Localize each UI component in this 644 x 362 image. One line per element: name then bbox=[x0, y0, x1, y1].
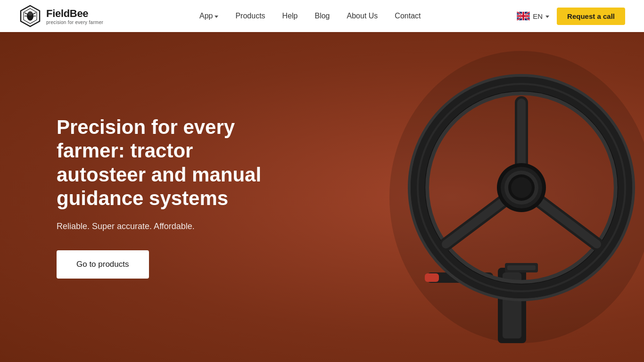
logo-link[interactable]: FieldBee precision for every farmer bbox=[19, 5, 103, 27]
hero-subtitle: Reliable. Super accurate. Affordable. bbox=[57, 222, 273, 231]
nav-item-blog[interactable]: Blog bbox=[314, 12, 330, 20]
hero-image bbox=[342, 41, 644, 353]
svg-point-7 bbox=[28, 12, 33, 16]
nav-links: App Products Help Blog About Us Contact bbox=[199, 12, 421, 20]
nav-item-products[interactable]: Products bbox=[235, 12, 265, 20]
nav-blog-link[interactable]: Blog bbox=[314, 12, 330, 20]
nav-item-about[interactable]: About Us bbox=[347, 12, 378, 20]
nav-item-app[interactable]: App bbox=[199, 12, 218, 20]
svg-line-4 bbox=[33, 13, 36, 14]
nav-contact-link[interactable]: Contact bbox=[395, 12, 421, 20]
language-selector[interactable]: EN bbox=[517, 12, 549, 20]
lang-label: EN bbox=[533, 12, 543, 20]
hero-content: Precision for every farmer: tractor auto… bbox=[0, 115, 273, 279]
steering-wheel-svg bbox=[342, 41, 644, 353]
brand-name: FieldBee bbox=[46, 8, 103, 20]
nav-right: EN Request a call bbox=[517, 8, 625, 25]
hero-section: Precision for every farmer: tractor auto… bbox=[0, 32, 644, 362]
svg-point-24 bbox=[511, 177, 532, 198]
hero-cta-button[interactable]: Go to products bbox=[57, 250, 149, 279]
hero-title: Precision for every farmer: tractor auto… bbox=[57, 115, 273, 211]
nav-item-contact[interactable]: Contact bbox=[395, 12, 421, 20]
nav-about-link[interactable]: About Us bbox=[347, 12, 378, 20]
logo-icon bbox=[19, 5, 41, 27]
brand-tagline: precision for every farmer bbox=[46, 20, 103, 25]
uk-flag-icon bbox=[517, 12, 530, 20]
svg-rect-13 bbox=[425, 273, 439, 282]
nav-app-label: App bbox=[199, 12, 213, 20]
nav-products-link[interactable]: Products bbox=[235, 12, 265, 20]
lang-chevron-icon bbox=[545, 16, 549, 18]
nav-help-link[interactable]: Help bbox=[282, 12, 298, 20]
svg-rect-27 bbox=[507, 265, 536, 270]
svg-line-3 bbox=[25, 13, 27, 14]
navbar: FieldBee precision for every farmer App … bbox=[0, 0, 644, 32]
request-call-button[interactable]: Request a call bbox=[557, 8, 625, 25]
app-chevron-icon bbox=[215, 16, 218, 18]
logo-text: FieldBee precision for every farmer bbox=[46, 8, 103, 25]
nav-item-help[interactable]: Help bbox=[282, 12, 298, 20]
